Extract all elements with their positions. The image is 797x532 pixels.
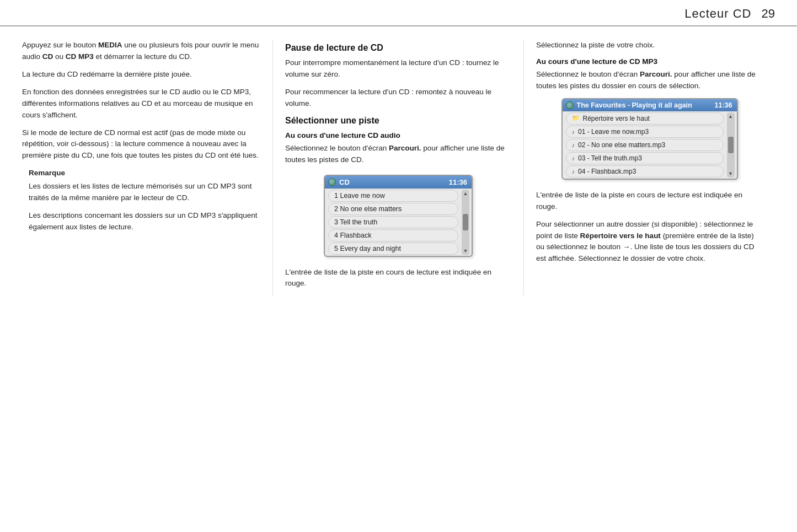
note-title: Remarque — [29, 168, 260, 179]
mp3-scroll-up-arrow[interactable]: ▲ — [728, 114, 734, 119]
mp3-scrollbar[interactable]: ▲ ▼ — [727, 112, 735, 178]
note-block: Remarque Les dossiers et les listes de l… — [29, 168, 260, 233]
arrow-symbol: → — [623, 243, 630, 251]
cd-tracks-list: 1 Leave me now 2 No one else matters 3 T… — [325, 189, 462, 256]
mp3-track-01[interactable]: ♪ 01 - Leave me now.mp3 — [566, 126, 724, 138]
cd-widget-title: CD — [339, 178, 350, 186]
mp3-note-icon-01: ♪ — [572, 128, 575, 135]
cd-track-1-label: 1 Leave me now — [334, 192, 385, 200]
mp3-scrollbar-area: 📁 Répertoire vers le haut ♪ 01 - Leave m… — [563, 111, 737, 179]
mp3-track-03-label: 03 - Tell the truth.mp3 — [578, 154, 642, 162]
mp3-folder-label: Répertoire vers le haut — [583, 115, 650, 122]
column-3: Sélectionnez la piste de votre choix. Au… — [524, 40, 775, 295]
col1-para4: Si le mode de lecture de CD normal est a… — [22, 127, 260, 162]
col1-note1: Les dossiers et les listes de lecture mé… — [29, 181, 260, 204]
cd-track-4[interactable]: 4 Flashback — [328, 229, 458, 241]
cd-dot-icon — [328, 178, 336, 186]
subsection1-title: Au cours d'une lecture CD audio — [285, 131, 511, 139]
subsection2-title: Au cours d'une lecture de CD MP3 — [536, 57, 763, 66]
col1-para3: En fonction des données enregistrées sur… — [22, 87, 260, 121]
mp3-note-icon-04: ♪ — [572, 168, 575, 175]
cd-scroll-thumb[interactable] — [463, 214, 468, 230]
cd-track-2-label: 2 No one else matters — [334, 205, 402, 213]
folder-icon: 📁 — [572, 115, 580, 122]
col1-para2: La lecture du CD redémarre la dernière p… — [22, 69, 260, 80]
col3-para1: Sélectionnez la piste de votre choix. — [536, 40, 763, 51]
col2-para2: Pour recommencer la lecture d'un CD : re… — [285, 87, 511, 110]
mp3-track-03[interactable]: ♪ 03 - Tell the truth.mp3 — [566, 152, 724, 164]
cd-scrollbar-area: 1 Leave me now 2 No one else matters 3 T… — [325, 189, 472, 256]
mp3-track-02-label: 02 - No one else matters.mp3 — [578, 141, 665, 149]
col3-para3: Pour sélectionner un autre dossier (si d… — [536, 219, 763, 265]
cd-track-5[interactable]: 5 Every day and night — [328, 243, 458, 255]
mp3-scroll-down-arrow[interactable]: ▼ — [728, 171, 734, 176]
col2-subsection1-para: Sélectionnez le bouton d'écran Parcouri.… — [285, 143, 511, 166]
page-number: 29 — [762, 7, 775, 21]
page-body: Appuyez sur le bouton MEDIA une ou plusi… — [0, 26, 797, 309]
mp3-note-icon-03: ♪ — [572, 155, 575, 162]
mp3-widget: The Favourites - Playing it all again 11… — [561, 98, 738, 180]
mp3-tracks-list: 📁 Répertoire vers le haut ♪ 01 - Leave m… — [563, 111, 727, 179]
cd-track-3[interactable]: 3 Tell the truth — [328, 216, 458, 228]
mp3-header-left: The Favourites - Playing it all again — [566, 101, 692, 109]
page-title: Lecteur CD — [684, 7, 751, 21]
cd-track-5-label: 5 Every day and night — [334, 245, 401, 252]
page-header: Lecteur CD 29 — [0, 0, 797, 26]
cd-track-2[interactable]: 2 No one else matters — [328, 203, 458, 215]
cd-scrollbar[interactable]: ▲ ▼ — [462, 190, 469, 255]
cd-widget-header: CD 11:36 — [325, 176, 472, 189]
mp3-track-04[interactable]: ♪ 04 - Flashback.mp3 — [566, 165, 724, 178]
col3-para2: L'entrée de liste de la piste en cours d… — [536, 190, 763, 213]
col2-para1: Pour interrompre momentanément la lectur… — [285, 57, 511, 80]
mp3-track-02[interactable]: ♪ 02 - No one else matters.mp3 — [566, 139, 724, 151]
mp3-folder-row[interactable]: 📁 Répertoire vers le haut — [566, 112, 724, 125]
column-2: Pause de lecture de CD Pour interrompre … — [273, 40, 524, 295]
cd-track-1[interactable]: 1 Leave me now — [328, 190, 458, 202]
section1-title: Pause de lecture de CD — [285, 43, 511, 53]
mp3-track-01-label: 01 - Leave me now.mp3 — [578, 128, 649, 136]
cd-scroll-up-arrow[interactable]: ▲ — [463, 191, 468, 196]
col3-subsection2-para: Sélectionnez le bouton d'écran Parcouri.… — [536, 69, 763, 92]
cd-widget: CD 11:36 1 Leave me now 2 No one else ma… — [324, 175, 473, 257]
mp3-track-04-label: 04 - Flashback.mp3 — [578, 168, 636, 175]
mp3-widget-time: 11:36 — [715, 101, 732, 109]
cd-track-3-label: 3 Tell the truth — [334, 218, 377, 226]
cd-scroll-down-arrow[interactable]: ▼ — [463, 248, 468, 254]
col1-note2: Les descriptions concernant les dossiers… — [29, 210, 260, 233]
mp3-note-icon-02: ♪ — [572, 142, 575, 148]
col1-para1: Appuyez sur le bouton MEDIA une ou plusi… — [22, 40, 260, 63]
cd-track-4-label: 4 Flashback — [334, 232, 371, 239]
mp3-widget-title: The Favourites - Playing it all again — [577, 101, 692, 109]
section2-title: Sélectionner une piste — [285, 116, 511, 126]
cd-widget-title-left: CD — [328, 178, 350, 186]
col2-caption: L'entrée de liste de la piste en cours d… — [285, 267, 511, 290]
cd-widget-time: 11:36 — [449, 178, 467, 186]
column-1: Appuyez sur le bouton MEDIA une ou plusi… — [22, 40, 273, 295]
mp3-scroll-thumb[interactable] — [728, 137, 734, 153]
mp3-dot-icon — [566, 101, 574, 109]
mp3-widget-header: The Favourites - Playing it all again 11… — [563, 99, 737, 111]
